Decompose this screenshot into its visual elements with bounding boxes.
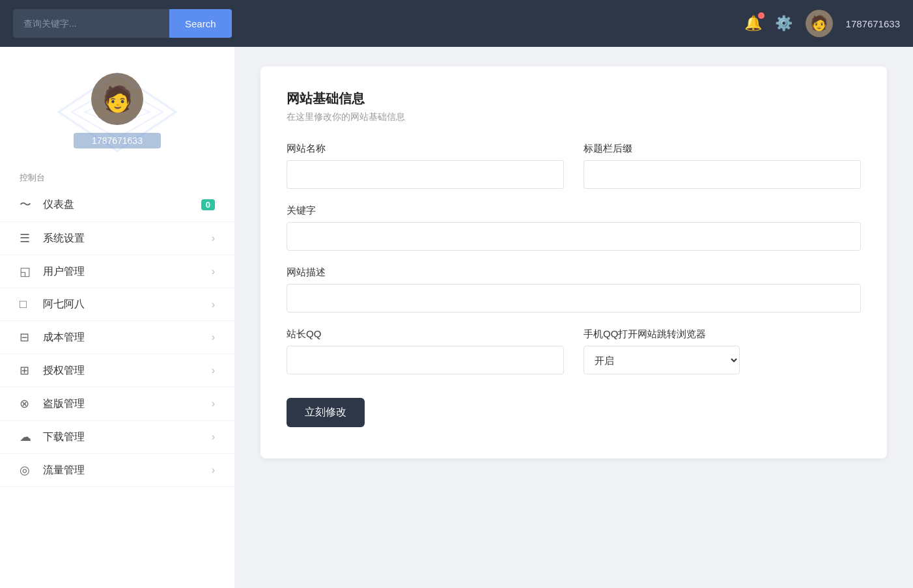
form-group-title-suffix: 标题栏后缀	[583, 143, 861, 189]
sidebar-item-a7a8[interactable]: □ 阿七阿八 ›	[0, 288, 234, 321]
sidebar-item-label-user-management: 用户管理	[43, 265, 212, 279]
submit-button[interactable]: 立刻修改	[287, 398, 365, 427]
sidebar-item-auth-management[interactable]: ⊞ 授权管理 ›	[0, 354, 234, 387]
sidebar: 🧑 1787671633 控制台 〜 仪表盘 0 ☰ 系统设置 › ◱ 用户管理…	[0, 47, 234, 588]
chevron-right-icon-4: ›	[212, 331, 215, 343]
site-name-input[interactable]	[287, 160, 564, 189]
site-name-label: 网站名称	[287, 143, 564, 155]
cost-management-icon: ⊟	[20, 330, 38, 344]
download-management-icon: ☁	[20, 430, 38, 444]
form-row-3: 网站描述	[287, 266, 861, 313]
chevron-right-icon-2: ›	[212, 266, 215, 277]
sidebar-item-label-dashboard: 仪表盘	[43, 198, 201, 212]
form-row-4: 站长QQ 手机QQ打开网站跳转浏览器 开启 关闭	[287, 328, 861, 374]
header: Search 🔔 ⚙️ 🧑 1787671633	[0, 0, 913, 47]
form-row-1: 网站名称 标题栏后缀	[287, 143, 861, 189]
auth-management-icon: ⊞	[20, 363, 38, 378]
title-suffix-label: 标题栏后缀	[583, 143, 861, 155]
qq-input[interactable]	[287, 346, 564, 374]
mobile-qq-label: 手机QQ打开网站跳转浏览器	[583, 328, 861, 341]
main-content: 网站基础信息 在这里修改你的网站基础信息 网站名称 标题栏后缀 关键字	[234, 47, 913, 588]
sidebar-item-user-management[interactable]: ◱ 用户管理 ›	[0, 255, 234, 288]
chevron-right-icon: ›	[212, 232, 215, 244]
form-row-2: 关键字	[287, 204, 861, 251]
sidebar-item-label-auth-management: 授权管理	[43, 364, 212, 378]
mobile-qq-select[interactable]: 开启 关闭	[583, 346, 740, 374]
chevron-right-icon-5: ›	[212, 365, 215, 376]
chevron-right-icon-8: ›	[212, 464, 215, 476]
search-button[interactable]: Search	[169, 9, 232, 38]
form-group-description: 网站描述	[287, 266, 861, 313]
sidebar-section-title: 控制台	[0, 161, 234, 188]
dashboard-icon: 〜	[20, 197, 38, 212]
sidebar-avatar: 🧑	[91, 73, 143, 125]
form-group-site-name: 网站名称	[287, 143, 564, 189]
search-bar: Search	[13, 9, 232, 38]
header-right: 🔔 ⚙️ 🧑 1787671633	[744, 10, 900, 37]
dashboard-badge: 0	[201, 199, 215, 210]
site-info-card: 网站基础信息 在这里修改你的网站基础信息 网站名称 标题栏后缀 关键字	[260, 66, 887, 458]
sidebar-item-piracy-management[interactable]: ⊗ 盗版管理 ›	[0, 387, 234, 421]
notification-bell-icon[interactable]: 🔔	[744, 15, 762, 32]
avatar[interactable]: 🧑	[806, 10, 833, 37]
title-suffix-input[interactable]	[583, 160, 861, 189]
sidebar-item-label-cost-management: 成本管理	[43, 331, 212, 344]
keyword-label: 关键字	[287, 204, 861, 217]
chevron-right-icon-7: ›	[212, 431, 215, 443]
sidebar-item-extra[interactable]: ◎ 流量管理 ›	[0, 454, 234, 487]
settings-gear-icon[interactable]: ⚙️	[775, 15, 793, 32]
system-settings-icon: ☰	[20, 231, 38, 245]
description-input[interactable]	[287, 284, 861, 313]
keyword-input[interactable]	[287, 222, 861, 251]
piracy-management-icon: ⊗	[20, 397, 38, 411]
sidebar-item-label-extra: 流量管理	[43, 464, 212, 477]
sidebar-item-label-a7a8: 阿七阿八	[43, 298, 212, 311]
sidebar-item-label-download-management: 下载管理	[43, 430, 212, 444]
card-title: 网站基础信息	[287, 90, 861, 107]
user-management-icon: ◱	[20, 264, 38, 279]
sidebar-item-download-management[interactable]: ☁ 下载管理 ›	[0, 421, 234, 454]
sidebar-item-dashboard[interactable]: 〜 仪表盘 0	[0, 188, 234, 222]
card-subtitle: 在这里修改你的网站基础信息	[287, 111, 861, 123]
sidebar-item-label-piracy-management: 盗版管理	[43, 397, 212, 411]
search-input[interactable]	[13, 9, 169, 38]
form-group-mobile-qq: 手机QQ打开网站跳转浏览器 开启 关闭	[583, 328, 861, 374]
notification-badge	[758, 12, 765, 19]
chevron-right-icon-6: ›	[212, 398, 215, 410]
sidebar-item-system-settings[interactable]: ☰ 系统设置 ›	[0, 222, 234, 255]
qq-label: 站长QQ	[287, 328, 564, 341]
layout: 🧑 1787671633 控制台 〜 仪表盘 0 ☰ 系统设置 › ◱ 用户管理…	[0, 47, 913, 588]
sidebar-item-label-system-settings: 系统设置	[43, 232, 212, 245]
sidebar-profile: 🧑 1787671633	[0, 47, 234, 161]
chevron-right-icon-3: ›	[212, 299, 215, 311]
description-label: 网站描述	[287, 266, 861, 279]
header-username: 1787671633	[846, 18, 900, 29]
extra-icon: ◎	[20, 463, 38, 477]
a7a8-icon: □	[20, 298, 38, 311]
form-group-qq: 站长QQ	[287, 328, 564, 374]
sidebar-username: 1787671633	[74, 133, 161, 148]
sidebar-item-cost-management[interactable]: ⊟ 成本管理 ›	[0, 321, 234, 354]
form-group-keyword: 关键字	[287, 204, 861, 251]
